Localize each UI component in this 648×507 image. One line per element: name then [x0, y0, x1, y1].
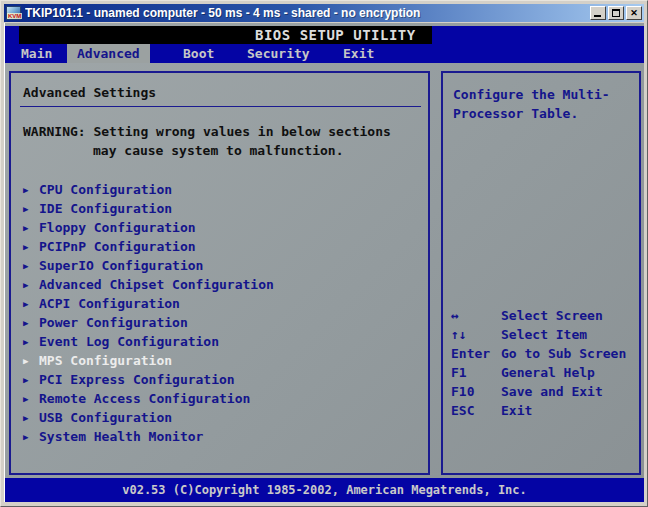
config-item-label: Floppy Configuration	[39, 220, 196, 235]
submenu-arrow-icon: ▶	[23, 219, 39, 238]
config-item-label: ACPI Configuration	[39, 296, 180, 311]
key-legend-row-select-screen: ↔Select Screen	[451, 306, 637, 325]
submenu-arrow-icon: ▶	[23, 257, 39, 276]
bios-header-bar: BIOS SETUP UTILITY	[5, 26, 644, 44]
key-action: Select Item	[501, 327, 587, 342]
close-icon: ✕	[630, 8, 638, 18]
config-item-label: Advanced Chipset Configuration	[39, 277, 274, 292]
window-title: TKIP101:1 - unamed computer - 50 ms - 4 …	[25, 6, 586, 20]
key-legend-row-go-to-sub-screen: EnterGo to Sub Screen	[451, 344, 637, 363]
config-item-label: PCIPnP Configuration	[39, 239, 196, 254]
config-item-label: Remote Access Configuration	[39, 391, 250, 406]
config-item-system-health-monitor[interactable]: ▶System Health Monitor	[11, 427, 428, 446]
config-item-label: Event Log Configuration	[39, 334, 219, 349]
settings-panel: Advanced Settings WARNING: Setting wrong…	[9, 71, 430, 475]
submenu-arrow-icon: ▶	[23, 333, 39, 352]
config-item-pcipnp-configuration[interactable]: ▶PCIPnP Configuration	[11, 237, 428, 256]
config-item-pci-express-configuration[interactable]: ▶PCI Express Configuration	[11, 370, 428, 389]
key-name: ↔	[451, 306, 501, 325]
warning-line1: WARNING: Setting wrong values in below s…	[23, 122, 391, 141]
config-item-usb-configuration[interactable]: ▶USB Configuration	[11, 408, 428, 427]
vnc-viewer-window: KVM TKIP101:1 - unamed computer - 50 ms …	[0, 0, 648, 507]
config-item-label: PCI Express Configuration	[39, 372, 235, 387]
config-item-label: IDE Configuration	[39, 201, 172, 216]
config-item-mps-configuration[interactable]: ▶MPS Configuration	[11, 351, 428, 370]
menu-tab-exit[interactable]: Exit	[333, 44, 384, 63]
key-name: ESC	[451, 401, 501, 420]
config-item-remote-access-configuration[interactable]: ▶Remote Access Configuration	[11, 389, 428, 408]
submenu-arrow-icon: ▶	[23, 314, 39, 333]
menu-tab-security[interactable]: Security	[237, 44, 320, 63]
kvm-app-icon: KVM	[6, 6, 21, 20]
submenu-arrow-icon: ▶	[23, 352, 39, 371]
key-name: ↑↓	[451, 325, 501, 344]
key-legend-row-exit: ESCExit	[451, 401, 637, 420]
key-action: Exit	[501, 403, 532, 418]
maximize-icon	[612, 9, 620, 17]
config-item-floppy-configuration[interactable]: ▶Floppy Configuration	[11, 218, 428, 237]
config-item-cpu-configuration[interactable]: ▶CPU Configuration	[11, 180, 428, 199]
config-item-acpi-configuration[interactable]: ▶ACPI Configuration	[11, 294, 428, 313]
submenu-arrow-icon: ▶	[23, 371, 39, 390]
close-button[interactable]: ✕	[626, 6, 642, 20]
submenu-arrow-icon: ▶	[23, 276, 39, 295]
submenu-arrow-icon: ▶	[23, 238, 39, 257]
item-help-text: Configure the Multi-Processor Table.	[453, 85, 610, 123]
key-action: Select Screen	[501, 308, 603, 323]
key-name: F10	[451, 382, 501, 401]
panel-title: Advanced Settings	[23, 85, 156, 100]
key-name: F1	[451, 363, 501, 382]
help-text-line: Configure the Multi-	[453, 85, 610, 104]
config-item-ide-configuration[interactable]: ▶IDE Configuration	[11, 199, 428, 218]
help-text-line: Processor Table.	[453, 104, 610, 123]
bios-version-bar: v02.53 (C)Copyright 1985-2002, American …	[5, 478, 644, 502]
key-legend-row-general-help: F1General Help	[451, 363, 637, 382]
submenu-arrow-icon: ▶	[23, 390, 39, 409]
config-item-event-log-configuration[interactable]: ▶Event Log Configuration	[11, 332, 428, 351]
key-action: Go to Sub Screen	[501, 346, 626, 361]
config-item-label: System Health Monitor	[39, 429, 203, 444]
titlebar[interactable]: KVM TKIP101:1 - unamed computer - 50 ms …	[4, 4, 644, 22]
warning-line2: may cause system to malfunction.	[93, 141, 391, 160]
kvm-icon-label: KVM	[7, 13, 22, 19]
bios-setup-screen: BIOS SETUP UTILITY MainAdvancedBootSecur…	[5, 23, 644, 502]
warning-text: WARNING: Setting wrong values in below s…	[23, 122, 391, 160]
key-legend-row-save-and-exit: F10Save and Exit	[451, 382, 637, 401]
panel-title-divider	[20, 106, 421, 107]
config-item-label: USB Configuration	[39, 410, 172, 425]
key-action: General Help	[501, 365, 595, 380]
help-panel: Configure the Multi-Processor Table. ↔Se…	[441, 71, 641, 475]
config-item-advanced-chipset-configuration[interactable]: ▶Advanced Chipset Configuration	[11, 275, 428, 294]
maximize-button[interactable]	[608, 6, 624, 20]
key-action: Save and Exit	[501, 384, 603, 399]
bios-title: BIOS SETUP UTILITY	[255, 26, 416, 44]
submenu-arrow-icon: ▶	[23, 200, 39, 219]
submenu-arrow-icon: ▶	[23, 295, 39, 314]
config-item-label: Power Configuration	[39, 315, 188, 330]
config-item-power-configuration[interactable]: ▶Power Configuration	[11, 313, 428, 332]
menu-tab-main[interactable]: Main	[11, 44, 62, 63]
submenu-arrow-icon: ▶	[23, 409, 39, 428]
key-name: Enter	[451, 344, 501, 363]
key-legend: ↔Select Screen↑↓Select ItemEnterGo to Su…	[451, 306, 637, 420]
bios-menu-bar: MainAdvancedBootSecurityExit	[5, 44, 644, 63]
submenu-arrow-icon: ▶	[23, 428, 39, 447]
submenu-arrow-icon: ▶	[23, 181, 39, 200]
config-item-label: MPS Configuration	[39, 353, 172, 368]
key-legend-row-select-item: ↑↓Select Item	[451, 325, 637, 344]
configuration-list: ▶CPU Configuration▶IDE Configuration▶Flo…	[11, 180, 428, 446]
config-item-superio-configuration[interactable]: ▶SuperIO Configuration	[11, 256, 428, 275]
config-item-label: CPU Configuration	[39, 182, 172, 197]
minimize-button[interactable]	[590, 6, 606, 20]
minimize-icon	[594, 15, 601, 17]
window-controls: ✕	[590, 6, 642, 20]
config-item-label: SuperIO Configuration	[39, 258, 203, 273]
menu-tab-advanced[interactable]: Advanced	[67, 44, 150, 63]
menu-tab-boot[interactable]: Boot	[173, 44, 224, 63]
